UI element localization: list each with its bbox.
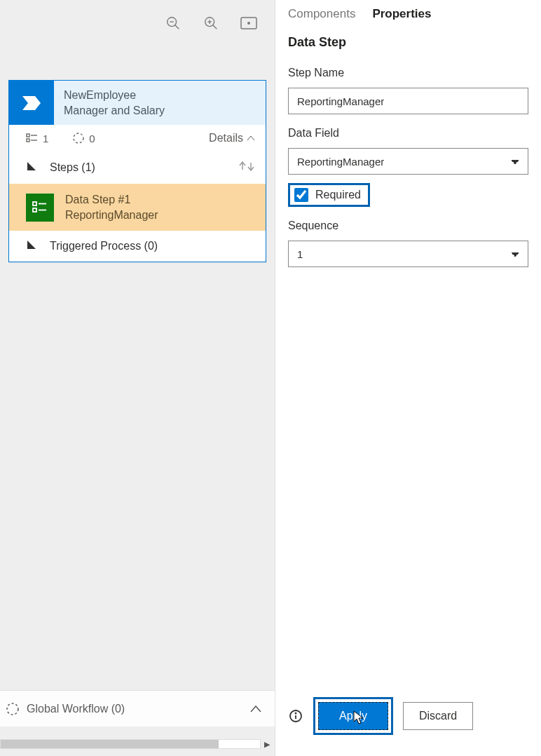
details-toggle[interactable]: Details: [209, 132, 256, 144]
scroll-right-arrow[interactable]: ▶: [261, 738, 273, 750]
triangle-collapse-icon: [26, 239, 40, 253]
stage-title-line2: Manager and Salary: [64, 103, 165, 119]
svg-rect-12: [27, 139, 29, 142]
svg-marker-9: [22, 96, 41, 110]
panel-footer: Apply Discard: [275, 689, 541, 756]
info-icon[interactable]: [288, 708, 303, 724]
required-label: Required: [315, 189, 361, 201]
panel-heading: Data Step: [288, 35, 528, 50]
form-icon: [26, 194, 54, 222]
svg-rect-10: [27, 134, 29, 137]
svg-marker-15: [27, 162, 36, 170]
svg-point-14: [74, 133, 83, 143]
stage-title-line1: NewEmployee: [64, 88, 165, 103]
data-field-select[interactable]: ReportingManager: [288, 148, 528, 175]
canvas-toolbar: [0, 0, 275, 46]
svg-line-1: [175, 25, 179, 29]
svg-line-4: [213, 25, 217, 29]
steps-section-label: Steps (1): [50, 161, 95, 174]
stage-card[interactable]: NewEmployee Manager and Salary 1 0 Detai…: [8, 80, 266, 262]
horizontal-scrollbar[interactable]: ▶: [0, 739, 261, 749]
fit-screen-icon[interactable]: [240, 14, 258, 32]
svg-marker-22: [27, 241, 36, 249]
step-title: Data Step #1: [65, 192, 158, 208]
process-count-icon: [72, 132, 85, 144]
sequence-select[interactable]: 1: [288, 241, 528, 267]
stage-meta-row: 1 0 Details: [9, 125, 266, 151]
scrollbar-thumb[interactable]: [1, 740, 219, 748]
properties-panel: Components Properties Data Step Step Nam…: [275, 0, 541, 756]
tab-components[interactable]: Components: [288, 7, 355, 22]
svg-rect-20: [33, 208, 36, 212]
required-checkbox-wrap[interactable]: Required: [288, 183, 370, 207]
stage-header[interactable]: NewEmployee Manager and Salary: [9, 81, 266, 125]
data-field-label: Data Field: [288, 127, 528, 140]
steps-section-header[interactable]: Steps (1): [9, 151, 266, 184]
triggered-process-label: Triggered Process (0): [50, 240, 158, 252]
chevron-up-icon: [246, 133, 256, 143]
process-dashed-icon: [6, 702, 20, 716]
step-name-label: Step Name: [288, 67, 528, 79]
steps-count-icon: [26, 133, 39, 143]
sequence-label: Sequence: [288, 220, 528, 232]
chevron-up-icon[interactable]: [249, 704, 262, 714]
triggered-process-section[interactable]: Triggered Process (0): [9, 231, 266, 262]
svg-point-8: [247, 22, 250, 25]
tab-properties[interactable]: Properties: [372, 7, 431, 22]
right-tabs: Components Properties: [275, 0, 541, 27]
process-count-value: 0: [89, 133, 95, 144]
zoom-in-icon[interactable]: [202, 14, 220, 32]
apply-button[interactable]: Apply: [318, 702, 388, 730]
global-workflow-bar[interactable]: Global Workflow (0): [0, 690, 275, 727]
step-name-input[interactable]: [288, 88, 528, 114]
left-canvas: NewEmployee Manager and Salary 1 0 Detai…: [0, 0, 275, 756]
svg-rect-18: [33, 202, 36, 205]
step-subtitle: ReportingManager: [65, 208, 158, 223]
svg-point-23: [7, 703, 18, 715]
data-step-row[interactable]: Data Step #1 ReportingManager: [9, 184, 266, 231]
stage-chevron-icon: [9, 81, 54, 125]
triangle-collapse-icon: [26, 161, 40, 175]
global-workflow-label: Global Workflow (0): [27, 703, 125, 715]
steps-count-value: 1: [43, 133, 48, 144]
details-label: Details: [209, 132, 243, 144]
zoom-out-icon[interactable]: [164, 14, 182, 32]
svg-point-26: [295, 713, 296, 713]
apply-button-highlight: Apply: [313, 697, 393, 735]
reorder-icon[interactable]: [238, 160, 256, 175]
required-checkbox[interactable]: [294, 188, 308, 202]
discard-button[interactable]: Discard: [403, 702, 473, 730]
